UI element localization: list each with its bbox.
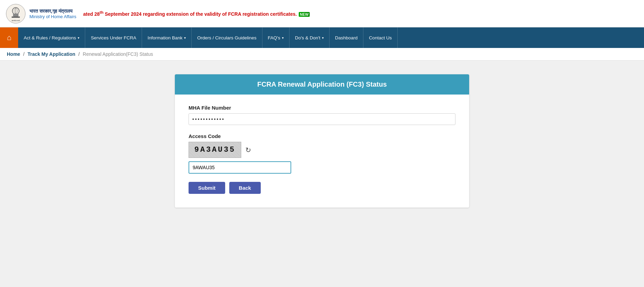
marquee-prefix: ated 28th September 2024 regarding exten… <box>83 11 297 17</box>
access-code-label: Access Code <box>189 133 455 139</box>
home-icon: ⌂ <box>7 33 11 42</box>
nav-dos-donts[interactable]: Do's & Don't ▾ <box>289 27 330 48</box>
nav-contact[interactable]: Contact Us <box>363 27 398 48</box>
captcha-refresh-button[interactable]: ↻ <box>245 146 251 154</box>
breadcrumb-current: Renewal Application(FC3) Status <box>83 51 153 57</box>
captcha-input[interactable] <box>189 161 291 174</box>
nav-dos-donts-label: Do's & Don't <box>295 35 320 40</box>
breadcrumb-sep1: / <box>23 51 25 57</box>
nav-orders-label: Orders / Circulars Guidelines <box>197 35 256 40</box>
captcha-row: 9A3AU35 ↻ <box>189 142 455 158</box>
back-button[interactable]: Back <box>229 182 261 194</box>
home-button[interactable]: ⌂ <box>0 27 18 48</box>
button-row: Submit Back <box>189 182 455 194</box>
form-title: FCRA Renewal Application (FC3) Status <box>175 74 469 95</box>
nav-act-rules[interactable]: Act & Rules / Regulations ▾ <box>18 27 85 48</box>
breadcrumb-sep2: / <box>78 51 80 57</box>
org-english: Ministry of Home Affairs <box>29 14 76 19</box>
nav-information-bank-arrow: ▾ <box>184 36 186 40</box>
org-text: भारत सरकार,गृह मंत्रालय Ministry of Home… <box>29 8 76 19</box>
emblem-icon: सत्यमेव जयते <box>5 3 26 24</box>
nav-dashboard[interactable]: Dashboard <box>330 27 363 48</box>
header: सत्यमेव जयते भारत सरकार,गृह मंत्रालय Min… <box>0 0 644 27</box>
access-code-group: Access Code 9A3AU35 ↻ <box>189 133 455 174</box>
nav-dashboard-label: Dashboard <box>335 35 358 40</box>
nav-faq-arrow: ▾ <box>282 36 284 40</box>
breadcrumb: Home / Track My Application / Renewal Ap… <box>0 48 644 61</box>
form-card: FCRA Renewal Application (FC3) Status MH… <box>175 74 469 208</box>
breadcrumb-track[interactable]: Track My Application <box>28 51 76 57</box>
marquee-area: ated 28th September 2024 regarding exten… <box>76 10 639 17</box>
navbar: ⌂ Act & Rules / Regulations ▾ Services U… <box>0 27 644 48</box>
nav-act-rules-label: Act & Rules / Regulations <box>24 35 76 40</box>
new-badge: NEW <box>299 12 310 17</box>
main-content: FCRA Renewal Application (FC3) Status MH… <box>0 61 644 221</box>
mha-file-input[interactable] <box>189 113 455 125</box>
nav-contact-label: Contact Us <box>369 35 392 40</box>
svg-rect-5 <box>12 16 20 18</box>
svg-rect-4 <box>13 14 18 16</box>
form-body: MHA File Number Access Code 9A3AU35 ↻ Su… <box>175 95 469 208</box>
nav-orders[interactable]: Orders / Circulars Guidelines <box>192 27 262 48</box>
logo-area: सत्यमेव जयते भारत सरकार,गृह मंत्रालय Min… <box>5 3 76 24</box>
captcha-image: 9A3AU35 <box>189 142 241 158</box>
org-hindi: भारत सरकार,गृह मंत्रालय <box>29 8 76 14</box>
nav-services-label: Services Under FCRA <box>91 35 136 40</box>
mha-file-label: MHA File Number <box>189 105 455 111</box>
nav-information-bank[interactable]: Information Bank ▾ <box>142 27 192 48</box>
submit-button[interactable]: Submit <box>189 182 225 194</box>
nav-faq[interactable]: FAQ's ▾ <box>262 27 289 48</box>
nav-services[interactable]: Services Under FCRA <box>85 27 142 48</box>
mha-file-group: MHA File Number <box>189 105 455 125</box>
nav-information-bank-label: Information Bank <box>147 35 182 40</box>
nav-dos-donts-arrow: ▾ <box>322 36 324 40</box>
svg-text:सत्यमेव जयते: सत्यमेव जयते <box>11 20 20 22</box>
nav-faq-label: FAQ's <box>268 35 280 40</box>
breadcrumb-home[interactable]: Home <box>7 51 20 57</box>
nav-act-rules-arrow: ▾ <box>78 36 79 40</box>
